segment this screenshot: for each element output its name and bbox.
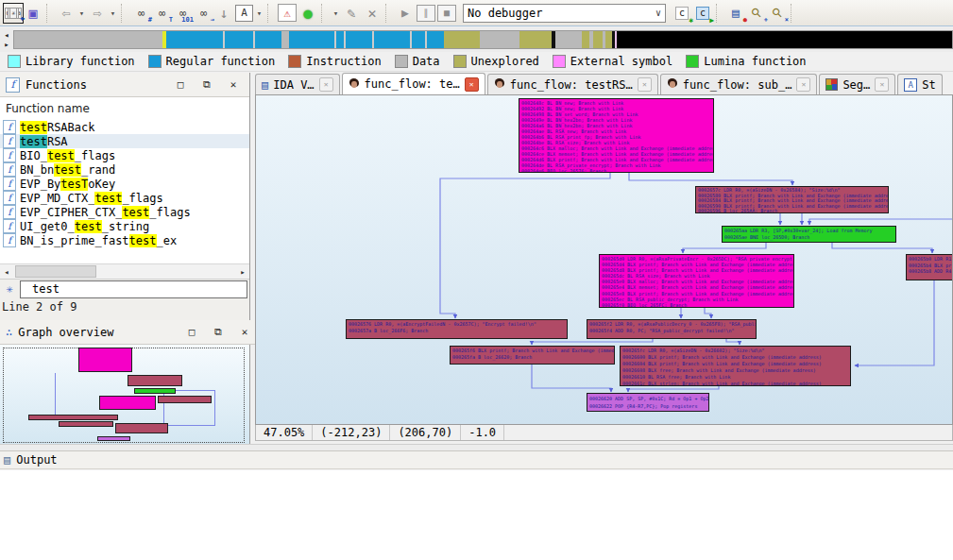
forward-icon[interactable]: ⇨ (88, 3, 107, 24)
function-list-item[interactable]: fEVP_MD_CTX_test_flags (0, 191, 249, 205)
graph-node-decrypt-failed[interactable]: 000265f2 LDR R0, =(aRsaPublicDecry_0 - 0… (587, 319, 757, 339)
tab-func-flow-te[interactable]: func_flow: te… ✕ (342, 73, 485, 94)
navband-segment[interactable] (582, 31, 589, 48)
graph-node-cleanup[interactable]: 000265fc LDR R0, =(aSizeDN - 0x26602); "… (620, 346, 851, 386)
navband-segment[interactable] (14, 31, 162, 48)
functions-panel-header[interactable]: f Functions □ ⧉ ✕ (0, 73, 249, 97)
function-list-item[interactable]: fEVP_BytesToKey (0, 177, 249, 191)
jump-address-icon[interactable]: ↓ (214, 3, 233, 24)
navband-right-icon[interactable]: ▸ (4, 40, 9, 49)
maximize-button[interactable]: □ (181, 326, 202, 338)
tab-ida-view[interactable]: ▤ IDA V… ✕ (255, 74, 340, 94)
graph-node-right-clipped[interactable]: 000265b0 LDR R1, [R6,R7]; Load from Memo… (906, 254, 953, 280)
back-icon[interactable]: ⇦ (57, 3, 76, 24)
clear-filter-icon[interactable]: ✳ (3, 282, 16, 296)
problems-icon[interactable]: ⚠ (278, 4, 297, 22)
legend-label: Library function (26, 55, 135, 68)
lumina-sphere-icon[interactable]: ● (298, 3, 317, 24)
graph-node-encrypt-failed[interactable]: 00026576 LDR R0, =(aEncryptFailedN - 0x2… (346, 319, 568, 339)
notebook-icon[interactable]: ▤● (726, 3, 745, 24)
function-list-item[interactable]: fUI_get0_test_string (0, 219, 249, 233)
compile-script-icon[interactable]: c✱ (672, 3, 691, 24)
navband-segment[interactable] (480, 31, 519, 48)
search-binary-icon[interactable]: ∞101 (173, 3, 192, 24)
key-delete-icon[interactable]: ⚲× (768, 3, 787, 24)
graph-node-size-print[interactable]: 0002657c LDR R0, =(aSizeDN - 0x26584); "… (695, 186, 889, 213)
tab-func-flow-sub[interactable]: func_flow: sub_… ✕ (660, 74, 818, 94)
back-dropdown-icon[interactable]: ▾ (77, 3, 86, 24)
debug-pause-icon[interactable]: ∥ (417, 5, 435, 22)
navband-segment[interactable] (605, 31, 612, 48)
navband-segment[interactable] (281, 31, 289, 48)
output-panel-body[interactable] (0, 470, 953, 560)
tab-func-flow-testrs[interactable]: func_flow: testRS… ✕ (487, 74, 658, 94)
debugger-select[interactable]: No debugger∨ (463, 4, 666, 23)
tab-close-icon[interactable]: ✕ (465, 77, 479, 92)
navband-segment[interactable] (166, 31, 223, 48)
function-list-item[interactable]: fBN_bntest_rand (0, 162, 249, 177)
graph-canvas[interactable]: 0002648c BL BN_new; Branch with Link0002… (255, 94, 953, 425)
delete-function-icon[interactable]: ✕ (363, 3, 382, 24)
function-list-item[interactable]: ftestRSA (0, 134, 249, 148)
tab-close-icon[interactable]: ✕ (875, 77, 889, 92)
key-add-icon[interactable]: ⚲+ (747, 3, 766, 24)
graph-overview-canvas[interactable] (0, 345, 249, 444)
graph-node-private-encrypt[interactable]: 000265d0 LDR R0, =(aRsaPrivateEncr - 0x2… (599, 254, 794, 308)
scroll-left-icon[interactable]: ◂ (0, 267, 13, 277)
function-filter-input[interactable] (20, 280, 247, 298)
ascii-options-icon[interactable]: A (235, 5, 253, 22)
search-text-icon[interactable]: ∞T (152, 3, 171, 24)
forward-dropdown-icon[interactable]: ▾ (109, 3, 117, 24)
debug-stop-icon[interactable]: ■ (437, 5, 456, 22)
tab-strings[interactable]: A St (897, 74, 942, 94)
navband-segment[interactable] (225, 31, 253, 48)
graph-node-epilogue[interactable]: 00026620 ADD SP, SP, #0x1C; Rd = Op1 + O… (587, 393, 709, 412)
function-list-item[interactable]: fBN_is_prime_fasttest_ex (0, 233, 249, 247)
navband-segment[interactable] (427, 31, 444, 48)
float-button[interactable]: ⧉ (208, 326, 229, 338)
navband-segment[interactable] (255, 31, 281, 48)
search-immediate-icon[interactable]: ∞# (131, 3, 150, 24)
float-button[interactable]: ⧉ (196, 78, 217, 91)
navband-segment[interactable] (617, 31, 952, 48)
output-panel-header[interactable]: ▤ Output (0, 450, 953, 469)
graph-overview-header[interactable]: ∴ Graph overview □ ⧉ ✕ (0, 320, 261, 345)
tab-close-icon[interactable]: ✕ (638, 77, 652, 92)
close-button[interactable]: ✕ (223, 78, 244, 91)
function-list-item[interactable]: ftestRSABack (0, 120, 249, 134)
function-list-item[interactable]: fBIO_test_flags (0, 148, 249, 162)
maximize-button[interactable]: □ (170, 78, 191, 91)
navband-segment[interactable] (444, 31, 480, 48)
navigation-band[interactable] (13, 30, 953, 49)
save-file-icon[interactable]: ▣ (24, 3, 43, 24)
tab-close-icon[interactable]: ✕ (319, 77, 333, 92)
navband-segment[interactable] (374, 31, 410, 48)
run-script-icon[interactable]: c▶ (693, 3, 712, 24)
scrollbar-thumb[interactable] (15, 265, 96, 278)
graph-node-branch-check[interactable]: 000265aa LDR R3, [SP,#0x30+var_24]; Load… (722, 226, 896, 243)
functions-hscrollbar[interactable]: ◂ ▸ (0, 263, 249, 280)
navband-segment[interactable] (519, 31, 552, 48)
navband-segment[interactable] (346, 31, 372, 48)
navband-segment[interactable] (593, 31, 603, 48)
graph-node-entry[interactable]: 0002648c BL BN_new; Branch with Link0002… (519, 98, 714, 173)
navband-segment[interactable] (412, 31, 425, 48)
navband-segment[interactable] (336, 31, 344, 48)
navband-segment[interactable] (289, 31, 334, 48)
struct-dropdown-icon[interactable]: ▾ (332, 3, 340, 24)
edit-function-icon[interactable]: ✎ (342, 3, 361, 24)
function-list-item[interactable]: fEVP_CIPHER_CTX_test_flags (0, 205, 249, 219)
make-unknown-icon[interactable]: ✳+ (3, 3, 24, 24)
navband-left-icon[interactable]: ◂ (4, 30, 9, 40)
navband-scroll-arrows[interactable]: ◂ ▸ (1, 28, 12, 51)
scroll-right-icon[interactable]: ▸ (236, 267, 249, 277)
graph-node-printf-branch[interactable]: 000265f6 BLX printf; Branch with Link an… (450, 346, 615, 365)
tab-segments[interactable]: Seg… ✕ (819, 74, 895, 94)
debug-start-icon[interactable]: ▶ (396, 3, 415, 24)
search-next-icon[interactable]: ∞→ (194, 3, 213, 24)
navband-segment[interactable] (555, 31, 582, 48)
ascii-dropdown-icon[interactable]: ▾ (255, 3, 264, 24)
close-button[interactable]: ✕ (234, 326, 255, 338)
tab-close-icon[interactable]: ✕ (796, 77, 810, 92)
function-name-column-header[interactable]: Function name (0, 97, 249, 120)
